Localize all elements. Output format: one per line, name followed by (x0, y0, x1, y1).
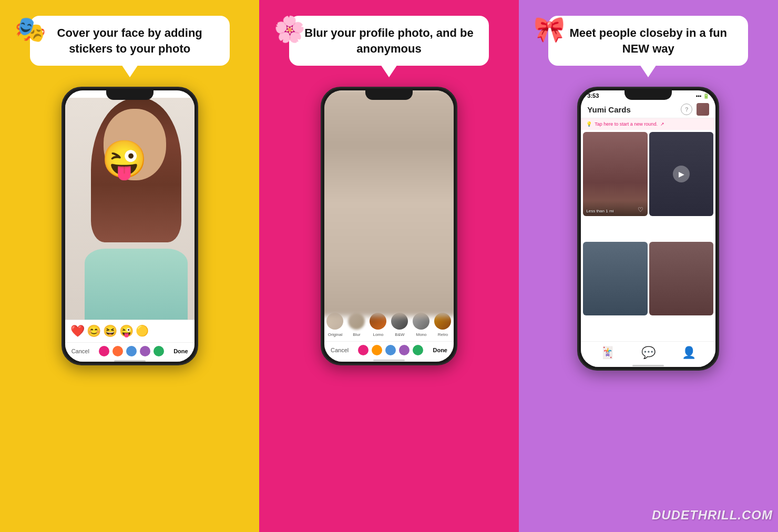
status-icons: ▪▪▪ 🔋 (696, 93, 710, 99)
grid-photo-1[interactable]: Less than 1 mi ♡ (583, 132, 648, 216)
filter-mono[interactable]: Mono (413, 313, 429, 337)
play-button[interactable]: ▶ (673, 166, 690, 182)
time-display: 3:53 (587, 93, 599, 99)
nav-chat[interactable]: 💬 (641, 346, 656, 360)
arrow-icon: ↗ (660, 121, 664, 127)
phone-notch-pink (365, 88, 413, 100)
phone-notch-yellow (106, 88, 153, 100)
speech-text-yellow: Cover your face by adding stickers to yo… (43, 25, 217, 56)
nav-cards[interactable]: 🃏 (600, 346, 615, 360)
emoji-list[interactable]: ❤️ 😊 😆 😜 🟡 (70, 324, 149, 338)
filter-original[interactable]: Original (326, 313, 343, 337)
action-icon-p2[interactable] (372, 345, 382, 355)
grid-photo-3[interactable] (583, 242, 648, 315)
action-icon-p1[interactable] (358, 345, 368, 355)
app-title: Yumi Cards (587, 105, 631, 114)
action-icons-yellow (99, 346, 164, 356)
emoji-heart[interactable]: ❤️ (70, 324, 85, 338)
screen-content-yellow: 😜 ❤️ 😊 😆 😜 🟡 Cancel (65, 90, 194, 362)
phone-screen-pink: Original Blur Lomo B&W (324, 90, 454, 362)
filter-bw[interactable]: B&W (391, 313, 408, 337)
panel-purple: 🎀 Meet people closeby in a fun NEW way 3… (519, 0, 778, 532)
corner-icon-pink: 🌸 (274, 15, 305, 44)
signal-icon: ▪▪▪ (696, 93, 702, 99)
cancel-button-pink[interactable]: Cancel (331, 347, 349, 353)
emoji-laugh[interactable]: 😆 (103, 324, 117, 338)
bottom-nav: 🃏 💬 👤 (581, 341, 715, 364)
action-icon-5[interactable] (153, 346, 164, 356)
cancel-button-yellow[interactable]: Cancel (71, 348, 89, 354)
corner-icon-yellow: 🎭 (15, 15, 46, 44)
panel-yellow: 🎭 Cover your face by adding stickers to … (0, 0, 259, 532)
action-toolbar-yellow: Cancel Done (65, 342, 194, 360)
action-icon-2[interactable] (112, 346, 123, 356)
phone-pink: Original Blur Lomo B&W (321, 87, 457, 365)
photo-heart-1[interactable]: ♡ (638, 206, 643, 213)
phone-wrapper-yellow: 😜 ❤️ 😊 😆 😜 🟡 Cancel (62, 87, 198, 521)
app-header: Yumi Cards ? (581, 100, 715, 118)
done-button-yellow[interactable]: Done (173, 348, 188, 354)
emoji-tongue[interactable]: 😜 (119, 324, 134, 338)
action-icon-3[interactable] (126, 346, 137, 356)
lightbulb-icon: 💡 (586, 121, 592, 127)
speech-text-pink: Blur your profile photo, and be anonymou… (302, 25, 476, 56)
hint-bar[interactable]: 💡 Tap here to start a new round. ↗ (581, 118, 715, 130)
filter-blur[interactable]: Blur (348, 313, 365, 337)
action-toolbar-pink: Cancel Done (324, 341, 454, 359)
header-actions: ? (681, 103, 709, 116)
battery-icon: 🔋 (703, 93, 709, 99)
action-icon-4[interactable] (140, 346, 150, 356)
watermark: DUDETHRILL.COM (652, 508, 773, 523)
phone-purple: 3:53 ▪▪▪ 🔋 Yumi Cards ? (577, 87, 719, 371)
emoji-sticker: 😜 (101, 138, 147, 181)
photo-area-yellow: 😜 (65, 98, 194, 320)
action-icon-p3[interactable] (385, 345, 396, 355)
hint-text: Tap here to start a new round. (595, 121, 658, 127)
action-icons-pink (358, 345, 423, 355)
screen-content-pink: Original Blur Lomo B&W (324, 90, 454, 362)
phone-wrapper-purple: 3:53 ▪▪▪ 🔋 Yumi Cards ? (577, 87, 719, 521)
action-icon-p5[interactable] (413, 345, 423, 355)
corner-icon-purple: 🎀 (534, 15, 565, 44)
phone-notch-purple (625, 88, 672, 100)
filter-retro[interactable]: Retro (434, 313, 451, 337)
panel-pink: 🌸 Blur your profile photo, and be anonym… (259, 0, 518, 532)
phone-yellow: 😜 ❤️ 😊 😆 😜 🟡 Cancel (62, 87, 198, 365)
grid-photo-4[interactable] (649, 242, 714, 315)
screen-content-purple: 3:53 ▪▪▪ 🔋 Yumi Cards ? (581, 90, 715, 367)
speech-bubble-purple: Meet people closeby in a fun NEW way (548, 16, 748, 66)
done-button-pink[interactable]: Done (433, 347, 447, 353)
action-icon-1[interactable] (99, 346, 109, 356)
action-icon-p4[interactable] (399, 345, 410, 355)
emoji-more[interactable]: 🟡 (136, 324, 149, 338)
phone-wrapper-pink: Original Blur Lomo B&W (321, 87, 457, 521)
nav-profile[interactable]: 👤 (682, 346, 696, 360)
speech-bubble-yellow: Cover your face by adding stickers to yo… (30, 16, 230, 66)
photo-grid: Less than 1 mi ♡ ▶ (581, 130, 715, 341)
filter-lomo[interactable]: Lomo (370, 313, 386, 337)
grid-photo-2[interactable]: ▶ (649, 132, 714, 216)
phone-screen-yellow: 😜 ❤️ 😊 😆 😜 🟡 Cancel (65, 90, 194, 362)
emoji-toolbar: ❤️ 😊 😆 😜 🟡 (65, 320, 194, 342)
emoji-smile[interactable]: 😊 (87, 324, 101, 338)
profile-icon[interactable] (697, 103, 709, 116)
photo-label-1: Less than 1 mi (586, 209, 613, 213)
speech-text-purple: Meet people closeby in a fun NEW way (561, 25, 735, 56)
speech-bubble-pink: Blur your profile photo, and be anonymou… (289, 16, 489, 66)
help-icon[interactable]: ? (681, 104, 692, 115)
phone-screen-purple: 3:53 ▪▪▪ 🔋 Yumi Cards ? (581, 90, 715, 367)
blurred-photo (324, 90, 454, 316)
